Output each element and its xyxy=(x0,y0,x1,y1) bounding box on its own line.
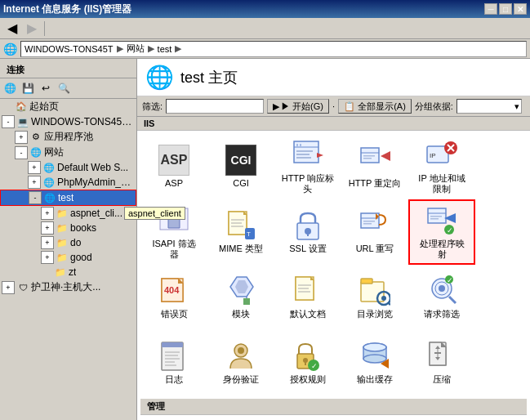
refresh-button[interactable]: ↩ xyxy=(38,80,54,96)
icon-auth[interactable]: 身份验证 xyxy=(207,330,274,395)
maximize-button[interactable]: □ xyxy=(499,3,512,15)
expand-test[interactable]: - xyxy=(29,191,42,204)
connection-panel-header: 连接 xyxy=(0,62,136,78)
tree-item-aspnet[interactable]: + 📁 aspnet_cli... xyxy=(0,206,136,221)
tree-label-start: 起始页 xyxy=(29,100,59,114)
tree-label-test: test xyxy=(58,192,73,203)
icon-modules[interactable]: 模块 xyxy=(207,265,274,330)
handler-label: 处理程序映射 xyxy=(420,239,465,260)
test-icon: 🌐 xyxy=(43,191,56,204)
save-button[interactable]: 💾 xyxy=(20,80,36,96)
svg-rect-11 xyxy=(363,158,372,159)
tree-item-start[interactable]: 🏠 起始页 xyxy=(0,99,136,114)
tree-item-phpmyadmin[interactable]: + 🌐 PhpMyAdmin_HWS xyxy=(0,175,136,190)
icon-logging[interactable]: 日志 xyxy=(140,330,207,395)
category-iis-label: IIS xyxy=(137,117,530,131)
left-toolbar: 🌐 💾 ↩ 🔍 xyxy=(0,78,136,99)
icon-asp[interactable]: ASP ASP xyxy=(140,134,207,199)
icon-url-rewrite[interactable]: URL 重写 xyxy=(341,199,408,265)
icon-manage-1[interactable] xyxy=(140,415,207,420)
svg-point-65 xyxy=(439,285,445,292)
tree-item-apppools[interactable]: + ⚙ 应用程序池 xyxy=(0,129,136,145)
tree-item-guardian[interactable]: + 🛡 护卫神·主机大... xyxy=(0,279,136,295)
tree-label-guardian: 护卫神·主机大... xyxy=(31,280,100,294)
svg-rect-59 xyxy=(361,279,372,284)
tree-container: 🏠 起始页 - 💻 WINDOWS-TONS45T (WIN + ⚙ 应用程序池… xyxy=(0,99,136,295)
default-doc-icon-img xyxy=(292,275,324,307)
icon-output-cache[interactable]: 输出缓存 xyxy=(341,330,408,395)
page-header-title: test 主页 xyxy=(180,68,238,87)
asp-label: ASP xyxy=(165,178,183,189)
icon-http-response[interactable]: HTTP 响应标头 xyxy=(274,134,341,199)
title-bar-text: Internet 信息服务 (IIS)管理器 xyxy=(3,2,484,16)
expand-sites[interactable]: - xyxy=(15,146,28,159)
icon-authz[interactable]: ✓ 授权规则 xyxy=(274,330,341,395)
icon-manage-2[interactable] xyxy=(207,415,274,420)
logging-icon-img xyxy=(158,340,190,373)
expand-books[interactable]: + xyxy=(41,221,54,235)
icon-ip-domain[interactable]: IP IP 地址和域限制 xyxy=(408,134,475,199)
auth-icon-img xyxy=(225,340,257,373)
tree-item-books[interactable]: + 📁 books xyxy=(0,221,136,235)
svg-marker-7 xyxy=(317,153,323,158)
icon-error-pages[interactable]: 404 错误页 xyxy=(140,265,207,330)
icon-ssl[interactable]: SSL 设置 xyxy=(274,199,341,265)
tree-item-do[interactable]: + 📁 do xyxy=(0,235,136,250)
filter-group-label: 分组依据: xyxy=(415,101,453,113)
aspnet-tooltip: aspnet_client xyxy=(124,207,185,220)
tree-item-server[interactable]: - 💻 WINDOWS-TONS45T (WIN xyxy=(0,114,136,129)
modules-label: 模块 xyxy=(232,309,250,319)
output-cache-label: 输出缓存 xyxy=(357,374,393,385)
icon-handler[interactable]: ✓ 处理程序映射 xyxy=(408,199,475,265)
tree-label-books: books xyxy=(70,222,96,234)
search-button[interactable]: 🔍 xyxy=(56,80,72,96)
expand-do[interactable]: + xyxy=(41,236,54,249)
tree-item-test[interactable]: - 🌐 test xyxy=(0,190,136,206)
expand-good[interactable]: + xyxy=(41,251,54,264)
back-button[interactable]: ◀ xyxy=(3,20,21,38)
error-pages-icon-img: 404 xyxy=(158,275,190,307)
books-icon: 📁 xyxy=(56,221,69,235)
expand-apppools[interactable]: + xyxy=(15,131,28,144)
svg-rect-35 xyxy=(363,223,372,225)
defaultweb-icon: 🌐 xyxy=(42,161,56,174)
icon-req-filter[interactable]: ✓ 请求筛选 xyxy=(408,265,475,330)
icon-cgi[interactable]: CGI CGI xyxy=(207,134,274,199)
minimize-button[interactable]: ─ xyxy=(484,3,497,15)
icon-dir-browse[interactable]: 目录浏览 xyxy=(341,265,408,330)
filter-input[interactable] xyxy=(166,99,264,114)
filter-sep: · xyxy=(332,101,335,111)
svg-rect-6 xyxy=(296,157,311,159)
main-toolbar: ◀ ▶ xyxy=(0,18,530,39)
close-button[interactable]: ✕ xyxy=(514,3,527,15)
filter-showall-button[interactable]: 📋 全部显示(A) xyxy=(338,99,412,114)
compress-label: 压缩 xyxy=(433,374,451,385)
page-header-icon: 🌐 xyxy=(145,64,174,91)
tree-label-phpmyadmin: PhpMyAdmin_HWS xyxy=(57,176,136,188)
expand-server[interactable]: - xyxy=(2,115,15,128)
icon-default-doc[interactable]: 默认文档 xyxy=(274,265,341,330)
icon-compress[interactable]: 压缩 xyxy=(408,330,475,395)
svg-rect-70 xyxy=(162,342,183,347)
filter-start-button[interactable]: ▶ ▶ 开始(G) xyxy=(267,99,329,114)
svg-marker-12 xyxy=(381,151,390,161)
expand-guardian[interactable]: + xyxy=(2,281,15,294)
group-dropdown[interactable]: ▾ xyxy=(457,99,522,114)
icon-http-redirect[interactable]: HTTP 重定向 xyxy=(341,134,408,199)
zt-icon: 📁 xyxy=(54,266,67,279)
icon-mime[interactable]: T MIME 类型 xyxy=(207,199,274,265)
tree-item-sites[interactable]: - 🌐 网站 xyxy=(0,145,136,160)
output-cache-icon-img xyxy=(359,340,391,373)
expand-phpmyadmin[interactable]: + xyxy=(28,176,41,189)
globe-button[interactable]: 🌐 xyxy=(2,80,18,96)
toolbar-separator xyxy=(44,21,45,36)
svg-point-77 xyxy=(238,347,244,354)
tree-label-defaultweb: Default Web S... xyxy=(57,162,128,173)
tree-item-zt[interactable]: 📁 zt xyxy=(0,265,136,279)
forward-button[interactable]: ▶ xyxy=(23,20,41,38)
expand-aspnet[interactable]: + xyxy=(41,207,54,220)
expand-defaultweb[interactable]: + xyxy=(28,161,41,174)
tree-item-defaultweb[interactable]: + 🌐 Default Web S... xyxy=(0,160,136,175)
tree-item-good[interactable]: + 📁 good xyxy=(0,250,136,265)
svg-line-62 xyxy=(388,302,390,305)
